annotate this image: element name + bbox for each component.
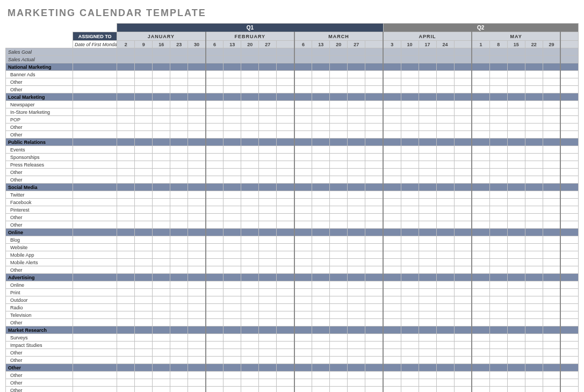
grid-cell[interactable] bbox=[525, 244, 543, 251]
grid-cell[interactable] bbox=[330, 266, 348, 274]
grid-cell[interactable] bbox=[330, 326, 348, 334]
grid-cell[interactable] bbox=[365, 357, 383, 364]
grid-cell[interactable] bbox=[153, 326, 170, 334]
grid-cell[interactable] bbox=[365, 191, 383, 199]
grid-cell[interactable] bbox=[312, 387, 330, 393]
grid-cell[interactable] bbox=[401, 334, 419, 342]
grid-cell[interactable] bbox=[241, 199, 259, 206]
grid-cell[interactable] bbox=[383, 206, 401, 214]
grid-cell[interactable] bbox=[170, 229, 188, 236]
grid-cell[interactable] bbox=[472, 372, 489, 379]
grid-cell[interactable] bbox=[383, 63, 401, 71]
grid-cell[interactable] bbox=[365, 289, 383, 296]
grid-cell[interactable] bbox=[401, 71, 419, 78]
grid-cell[interactable] bbox=[436, 304, 454, 311]
grid-cell[interactable] bbox=[294, 221, 312, 229]
grid-cell[interactable] bbox=[507, 289, 525, 296]
grid-cell[interactable] bbox=[383, 289, 401, 296]
grid-cell[interactable] bbox=[153, 169, 170, 176]
grid-cell[interactable] bbox=[348, 311, 365, 319]
grid-cell[interactable] bbox=[436, 146, 454, 154]
grid-cell[interactable] bbox=[419, 214, 436, 221]
grid-cell[interactable] bbox=[419, 251, 436, 259]
grid-cell[interactable] bbox=[153, 221, 170, 229]
grid-cell[interactable] bbox=[419, 311, 436, 319]
grid-cell[interactable] bbox=[223, 191, 241, 199]
grid-cell[interactable] bbox=[454, 236, 472, 244]
grid-cell[interactable] bbox=[401, 274, 419, 281]
grid-cell[interactable] bbox=[223, 372, 241, 379]
grid-cell[interactable] bbox=[188, 184, 206, 191]
assigned-cell[interactable] bbox=[73, 266, 117, 274]
grid-cell[interactable] bbox=[294, 342, 312, 349]
grid-cell[interactable] bbox=[277, 326, 294, 334]
grid-cell[interactable] bbox=[223, 93, 241, 101]
grid-cell[interactable] bbox=[472, 304, 489, 311]
grid-cell[interactable] bbox=[543, 161, 560, 169]
grid-cell[interactable] bbox=[454, 296, 472, 304]
grid-cell[interactable] bbox=[489, 357, 507, 364]
grid-cell[interactable] bbox=[153, 93, 170, 101]
grid-cell[interactable] bbox=[365, 296, 383, 304]
grid-cell[interactable] bbox=[117, 108, 135, 116]
grid-cell[interactable] bbox=[401, 63, 419, 71]
grid-cell[interactable] bbox=[419, 48, 436, 56]
grid-cell[interactable] bbox=[241, 124, 259, 131]
grid-cell[interactable] bbox=[206, 78, 223, 86]
grid-cell[interactable] bbox=[543, 206, 560, 214]
grid-cell[interactable] bbox=[206, 131, 223, 139]
assigned-cell[interactable] bbox=[73, 93, 117, 101]
grid-cell[interactable] bbox=[277, 71, 294, 78]
grid-cell[interactable] bbox=[383, 349, 401, 357]
grid-cell[interactable] bbox=[206, 326, 223, 334]
grid-cell[interactable] bbox=[507, 342, 525, 349]
grid-cell[interactable] bbox=[401, 311, 419, 319]
grid-cell[interactable] bbox=[436, 48, 454, 56]
grid-cell[interactable] bbox=[454, 56, 472, 63]
grid-cell[interactable] bbox=[436, 176, 454, 184]
grid-cell[interactable] bbox=[525, 259, 543, 266]
grid-cell[interactable] bbox=[188, 281, 206, 289]
grid-cell[interactable] bbox=[489, 154, 507, 161]
grid-cell[interactable] bbox=[454, 372, 472, 379]
grid-cell[interactable] bbox=[259, 131, 277, 139]
grid-cell[interactable] bbox=[489, 124, 507, 131]
grid-cell[interactable] bbox=[560, 349, 578, 357]
grid-cell[interactable] bbox=[188, 251, 206, 259]
grid-cell[interactable] bbox=[153, 364, 170, 372]
grid-cell[interactable] bbox=[365, 229, 383, 236]
grid-cell[interactable] bbox=[117, 199, 135, 206]
grid-cell[interactable] bbox=[188, 289, 206, 296]
grid-cell[interactable] bbox=[365, 326, 383, 334]
grid-cell[interactable] bbox=[525, 387, 543, 393]
grid-cell[interactable] bbox=[543, 379, 560, 387]
day-header[interactable]: 15 bbox=[507, 41, 525, 48]
assigned-cell[interactable] bbox=[73, 281, 117, 289]
grid-cell[interactable] bbox=[560, 191, 578, 199]
grid-cell[interactable] bbox=[401, 387, 419, 393]
grid-cell[interactable] bbox=[330, 236, 348, 244]
grid-cell[interactable] bbox=[241, 289, 259, 296]
grid-cell[interactable] bbox=[419, 364, 436, 372]
grid-cell[interactable] bbox=[436, 86, 454, 93]
grid-cell[interactable] bbox=[489, 326, 507, 334]
grid-cell[interactable] bbox=[259, 387, 277, 393]
grid-cell[interactable] bbox=[489, 116, 507, 124]
grid-cell[interactable] bbox=[454, 357, 472, 364]
grid-cell[interactable] bbox=[206, 236, 223, 244]
grid-cell[interactable] bbox=[454, 161, 472, 169]
grid-cell[interactable] bbox=[525, 63, 543, 71]
assigned-cell[interactable] bbox=[73, 372, 117, 379]
grid-cell[interactable] bbox=[472, 101, 489, 108]
grid-cell[interactable] bbox=[206, 274, 223, 281]
grid-cell[interactable] bbox=[241, 108, 259, 116]
grid-cell[interactable] bbox=[472, 93, 489, 101]
grid-cell[interactable] bbox=[223, 364, 241, 372]
grid-cell[interactable] bbox=[489, 251, 507, 259]
grid-cell[interactable] bbox=[560, 334, 578, 342]
assigned-cell[interactable] bbox=[73, 319, 117, 326]
grid-cell[interactable] bbox=[507, 176, 525, 184]
grid-cell[interactable] bbox=[472, 349, 489, 357]
grid-cell[interactable] bbox=[419, 154, 436, 161]
grid-cell[interactable] bbox=[312, 63, 330, 71]
